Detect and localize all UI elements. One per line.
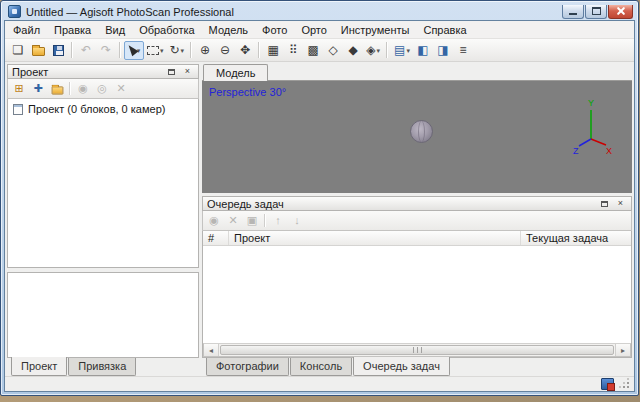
status-notification-icon[interactable] <box>601 378 614 390</box>
column-project[interactable]: Проект <box>229 231 521 245</box>
move-down-icon[interactable]: ↓ <box>288 212 306 229</box>
workspace-tree[interactable]: Проект (0 блоков, 0 камер) <box>7 99 199 268</box>
zoom-out-icon[interactable]: ⊖ <box>215 41 235 60</box>
menu-ortho[interactable]: Орто <box>294 21 333 38</box>
cancel-task-icon[interactable]: ✕ <box>224 212 242 229</box>
task-queue-toolbar: ◉ ✕ ▣ ↑ ↓ <box>202 211 632 231</box>
dock-area: Проект × ⊞ ✚ ◉ ◎ ✕ Проект (0 блоков <box>5 62 634 376</box>
close-panel-button[interactable]: × <box>181 66 194 78</box>
workspace-pane-icon[interactable]: ◧ <box>413 41 433 60</box>
tab-console[interactable]: Консоль <box>290 358 352 376</box>
zoom-in-icon[interactable]: ⊕ <box>195 41 215 60</box>
enable-item-icon[interactable]: ◉ <box>74 80 92 97</box>
tab-workspace[interactable]: Проект <box>11 357 67 376</box>
close-icon <box>616 6 626 16</box>
window-content: Файл Правка Вид Обработка Модель Фото Ор… <box>4 20 635 392</box>
menu-edit[interactable]: Правка <box>47 21 98 38</box>
add-folder-icon[interactable] <box>48 80 66 97</box>
redo-icon[interactable]: ↷ <box>96 41 116 60</box>
add-folder-shape <box>51 86 63 94</box>
toolbar-separator <box>264 214 266 227</box>
menubar: Файл Правка Вид Обработка Модель Фото Ор… <box>5 21 634 39</box>
mesh-wireframe-glyph: ◇ <box>328 44 337 56</box>
cursor-shape <box>125 43 138 57</box>
app-icon <box>8 5 21 18</box>
menu-photo[interactable]: Фото <box>255 21 294 38</box>
scrollbar-track[interactable] <box>219 344 615 356</box>
task-queue-title: Очередь задач <box>207 198 595 210</box>
workspace-root-item[interactable]: Проект (0 блоков, 0 камер) <box>10 102 196 116</box>
mesh-solid-icon[interactable]: ◆ <box>343 41 363 60</box>
disable-item-icon[interactable]: ◎ <box>93 80 111 97</box>
remove-item-icon[interactable]: ✕ <box>112 80 130 97</box>
task-queue-table-header: # Проект Текущая задача <box>203 231 631 246</box>
save-floppy-shape <box>53 45 64 56</box>
selection-tool-icon[interactable]: ▾ <box>144 41 167 60</box>
column-number[interactable]: # <box>203 231 229 245</box>
float-icon <box>168 69 175 75</box>
scrollbar-thumb[interactable] <box>220 345 614 355</box>
tab-reference[interactable]: Привязка <box>68 358 136 376</box>
workspace-lower-pane[interactable] <box>7 272 199 358</box>
run-tasks-icon[interactable]: ◉ <box>205 212 223 229</box>
tab-photos[interactable]: Фотографии <box>206 358 289 376</box>
point-cloud-glyph: ⠿ <box>289 44 298 56</box>
preferences-icon[interactable]: ≡ <box>453 41 473 60</box>
show-cameras-icon[interactable]: ▦ <box>263 41 283 60</box>
tab-model[interactable]: Модель <box>203 64 268 81</box>
workspace-root-label: Проект (0 блоков, 0 камер) <box>28 103 165 115</box>
move-up-icon[interactable]: ↑ <box>269 212 287 229</box>
tab-task-queue[interactable]: Очередь задач <box>353 357 450 376</box>
model-object-sphere <box>410 120 433 143</box>
reset-view-icon[interactable]: ✥ <box>235 41 255 60</box>
task-queue-table: # Проект Текущая задача ◂ ▸ <box>202 231 632 358</box>
titlebar[interactable]: Untitled — Agisoft PhotoScan Professiona… <box>4 1 635 20</box>
float-panel-button[interactable] <box>598 198 611 210</box>
save-project-icon[interactable] <box>48 41 68 60</box>
menu-workflow[interactable]: Обработка <box>132 21 201 38</box>
menu-help[interactable]: Справка <box>416 21 473 38</box>
menu-model[interactable]: Модель <box>202 21 255 38</box>
console-pane-icon[interactable]: ◨ <box>433 41 453 60</box>
close-panel-button[interactable]: × <box>614 198 627 210</box>
toolbar-separator <box>258 42 260 58</box>
float-panel-button[interactable] <box>165 66 178 78</box>
perspective-label: Perspective 30° <box>209 86 286 98</box>
task-queue-header: Очередь задач × <box>202 196 632 211</box>
view-tabs: Модель <box>202 64 632 81</box>
mesh-shaded-glyph: ◈ <box>366 44 375 56</box>
workspace-pane-glyph: ◧ <box>417 44 428 56</box>
menu-view[interactable]: Вид <box>98 21 132 38</box>
task-queue-table-body[interactable] <box>203 246 631 343</box>
add-photos-icon[interactable]: ✚ <box>29 80 47 97</box>
open-folder-shape <box>32 47 45 56</box>
column-current-task[interactable]: Текущая задача <box>521 231 631 245</box>
point-cloud-icon[interactable]: ⠿ <box>283 41 303 60</box>
show-cameras-glyph: ▦ <box>267 44 278 56</box>
project-doc-icon <box>13 104 23 115</box>
model-viewport[interactable]: Perspective 30° Y X Z <box>202 81 632 193</box>
mesh-shaded-icon[interactable]: ◈▾ <box>363 41 383 60</box>
add-chunk-icon[interactable]: ⊞ <box>10 80 28 97</box>
clear-tasks-icon[interactable]: ▣ <box>243 212 261 229</box>
close-button[interactable] <box>608 5 633 19</box>
minimize-button[interactable] <box>562 5 584 19</box>
new-project-icon[interactable]: ❏ <box>8 41 28 60</box>
undo-icon[interactable]: ↶ <box>76 41 96 60</box>
scroll-left-button[interactable]: ◂ <box>204 344 219 356</box>
photos-pane-icon[interactable]: ▤▾ <box>391 41 413 60</box>
open-project-icon[interactable] <box>28 41 48 60</box>
toolbar-separator <box>386 42 388 58</box>
maximize-button[interactable] <box>585 5 607 19</box>
minimize-icon <box>569 13 577 15</box>
resize-grip-icon[interactable] <box>619 378 631 390</box>
scroll-right-button[interactable]: ▸ <box>615 344 630 356</box>
mesh-wireframe-icon[interactable]: ◇ <box>323 41 343 60</box>
rotate-tool-icon[interactable]: ↻▾ <box>167 41 188 60</box>
window-controls <box>561 5 633 19</box>
navigation-tool-icon[interactable]: ▾ <box>124 41 144 60</box>
toolbar-separator <box>119 42 121 58</box>
menu-tools[interactable]: Инструменты <box>334 21 417 38</box>
dense-cloud-icon[interactable]: ▩ <box>303 41 323 60</box>
menu-file[interactable]: Файл <box>6 21 47 38</box>
